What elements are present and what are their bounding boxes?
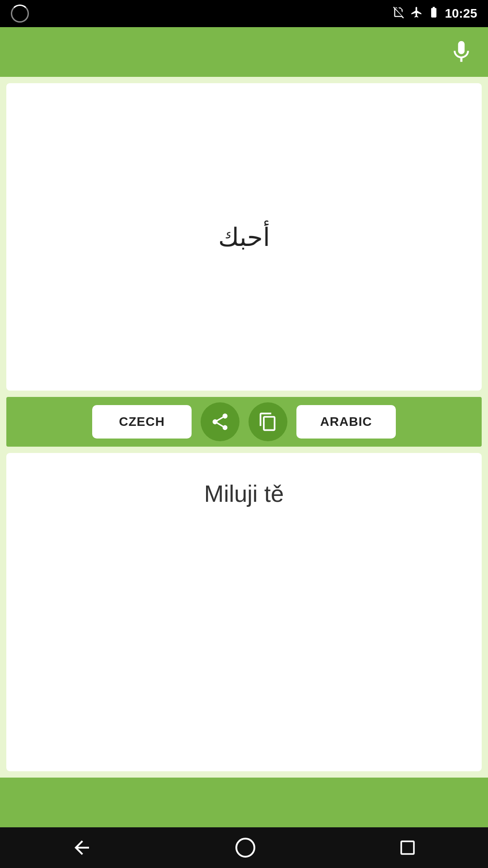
bottom-bar	[0, 778, 488, 827]
status-right: 10:25	[393, 6, 477, 21]
svg-point-0	[236, 839, 254, 857]
source-box[interactable]: أحبك	[6, 83, 482, 391]
top-bar	[0, 27, 488, 77]
home-button[interactable]	[235, 837, 256, 859]
spinner-icon	[11, 5, 29, 23]
svg-rect-1	[401, 841, 414, 854]
status-left	[11, 5, 29, 23]
source-language-button[interactable]: CZECH	[92, 405, 192, 439]
share-button[interactable]	[201, 402, 239, 441]
status-bar: 10:25	[0, 0, 488, 27]
battery-icon	[427, 6, 440, 21]
translation-toolbar: CZECH ARABIC	[6, 397, 482, 447]
status-time: 10:25	[445, 6, 477, 21]
translation-text: Miluji tě	[204, 480, 284, 507]
source-text: أحبك	[218, 222, 270, 252]
recents-button[interactable]	[398, 838, 417, 857]
copy-button[interactable]	[249, 402, 287, 441]
back-button[interactable]	[71, 837, 93, 859]
translation-box[interactable]: Miluji tě	[6, 453, 482, 771]
mic-button[interactable]	[448, 39, 474, 65]
target-language-button[interactable]: ARABIC	[296, 405, 396, 439]
airplane-icon	[410, 6, 423, 21]
no-sim-icon	[393, 6, 406, 21]
nav-bar	[0, 827, 488, 868]
main-content: أحبك CZECH ARABIC Miluji tě	[0, 77, 488, 778]
